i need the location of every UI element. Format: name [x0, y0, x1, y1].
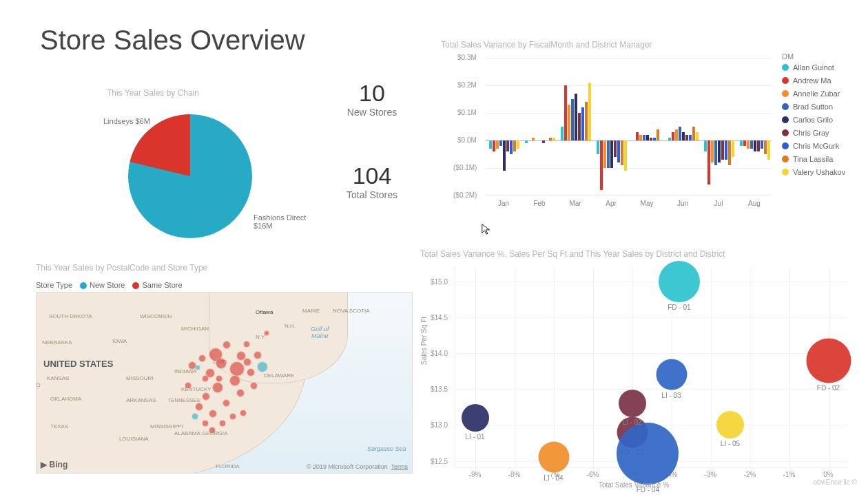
- legend-item[interactable]: Valery Ushakov: [782, 168, 845, 176]
- bar[interactable]: [517, 140, 519, 149]
- bar[interactable]: [496, 140, 499, 149]
- bar[interactable]: [653, 138, 656, 140]
- bar-chart[interactable]: $0.3M $0.2M $0.1M $0.0M ($0.1M) ($0.2M) …: [441, 51, 772, 216]
- map-bubble[interactable]: [195, 365, 200, 370]
- bar[interactable]: [607, 140, 610, 168]
- map-bubble[interactable]: [257, 361, 268, 372]
- bar[interactable]: [610, 140, 613, 168]
- map-bubble[interactable]: [195, 403, 203, 411]
- bar[interactable]: [747, 140, 750, 149]
- legend-item[interactable]: Carlos Grilo: [782, 116, 845, 124]
- map-bubble[interactable]: [223, 399, 230, 407]
- map-bubble[interactable]: [216, 358, 227, 369]
- map-bubble[interactable]: [254, 351, 262, 359]
- bar[interactable]: [721, 140, 724, 160]
- bubble-point[interactable]: [659, 261, 700, 302]
- bar[interactable]: [750, 140, 753, 149]
- bar[interactable]: [499, 140, 502, 146]
- map-bubble[interactable]: [198, 355, 206, 362]
- bar[interactable]: [581, 107, 584, 140]
- bar[interactable]: [764, 140, 767, 154]
- map-bubble[interactable]: [229, 375, 240, 386]
- legend-item[interactable]: Brad Sutton: [782, 103, 845, 111]
- legend-item[interactable]: Allan Guinot: [782, 63, 845, 72]
- map-bubble[interactable]: [240, 410, 247, 416]
- map-bubble[interactable]: [243, 341, 250, 348]
- bar[interactable]: [646, 135, 649, 140]
- bar[interactable]: [704, 140, 707, 151]
- bar[interactable]: [621, 140, 623, 165]
- bar[interactable]: [707, 140, 710, 184]
- bar[interactable]: [725, 140, 727, 160]
- bar[interactable]: [603, 140, 606, 168]
- bar[interactable]: [513, 140, 516, 151]
- map-bubble[interactable]: [264, 330, 269, 336]
- bubble-point[interactable]: [462, 404, 489, 432]
- map-bubble[interactable]: [202, 375, 209, 382]
- bar[interactable]: [532, 138, 535, 140]
- bar[interactable]: [672, 132, 674, 140]
- bar[interactable]: [685, 135, 688, 140]
- bar[interactable]: [564, 85, 567, 140]
- map-bubble[interactable]: [236, 389, 245, 397]
- bar[interactable]: [657, 129, 659, 140]
- legend-item[interactable]: Chris McGurk: [782, 142, 845, 150]
- bubble-point[interactable]: [619, 390, 646, 417]
- legend-item[interactable]: Andrew Ma: [782, 76, 845, 85]
- bar[interactable]: [714, 140, 717, 165]
- bar[interactable]: [679, 127, 681, 140]
- bar[interactable]: [718, 140, 721, 162]
- bar[interactable]: [740, 140, 743, 146]
- map-bubble[interactable]: [202, 420, 209, 427]
- map-bubble[interactable]: [247, 368, 255, 377]
- map-chart[interactable]: UNITED STATES SOUTH DAKOTAWISCONSINMICHI…: [36, 292, 413, 474]
- bar[interactable]: [614, 140, 617, 157]
- bubble-point[interactable]: [806, 338, 851, 383]
- bar[interactable]: [575, 94, 577, 140]
- map-bubble[interactable]: [209, 410, 217, 418]
- bar[interactable]: [588, 83, 591, 140]
- bar[interactable]: [636, 132, 639, 140]
- bar[interactable]: [639, 135, 642, 140]
- map-bubble[interactable]: [216, 375, 223, 382]
- bar[interactable]: [624, 140, 627, 171]
- bar[interactable]: [682, 132, 685, 140]
- map-bubble[interactable]: [192, 413, 198, 420]
- bar[interactable]: [578, 113, 581, 140]
- bar[interactable]: [696, 132, 699, 140]
- bubble-point[interactable]: [538, 442, 569, 473]
- bar[interactable]: [542, 140, 545, 143]
- bar[interactable]: [510, 140, 513, 154]
- map-bubble[interactable]: [209, 427, 216, 434]
- bar[interactable]: [525, 140, 528, 143]
- bar[interactable]: [493, 140, 495, 151]
- bar[interactable]: [561, 127, 564, 140]
- bar[interactable]: [761, 140, 763, 149]
- bar[interactable]: [757, 140, 760, 151]
- bar[interactable]: [597, 140, 599, 154]
- bar[interactable]: [568, 105, 570, 140]
- bubble-point[interactable]: [716, 411, 744, 438]
- map-bubble[interactable]: [250, 382, 258, 390]
- map-bubble[interactable]: [229, 361, 245, 377]
- bubble-point[interactable]: [656, 359, 687, 390]
- map-bubble[interactable]: [223, 341, 231, 349]
- bar[interactable]: [489, 140, 492, 149]
- bar[interactable]: [711, 140, 714, 162]
- bar[interactable]: [643, 135, 645, 140]
- bar[interactable]: [549, 138, 552, 140]
- bar[interactable]: [600, 140, 603, 190]
- bar[interactable]: [571, 99, 574, 140]
- bar[interactable]: [728, 140, 731, 165]
- bar[interactable]: [689, 135, 692, 140]
- legend-item[interactable]: Annelie Zubar: [782, 89, 845, 98]
- bar[interactable]: [617, 140, 620, 162]
- bar[interactable]: [506, 140, 509, 151]
- pie-chart[interactable]: [128, 114, 252, 238]
- bubble-chart[interactable]: Sales Per Sq Ft -9%-8%-7%-6%-5%-4%-3%-2%…: [420, 262, 847, 489]
- bubble-point[interactable]: [617, 423, 679, 485]
- map-bubble[interactable]: [243, 358, 251, 366]
- bar[interactable]: [675, 129, 678, 140]
- bar[interactable]: [650, 138, 652, 140]
- bar[interactable]: [692, 127, 695, 140]
